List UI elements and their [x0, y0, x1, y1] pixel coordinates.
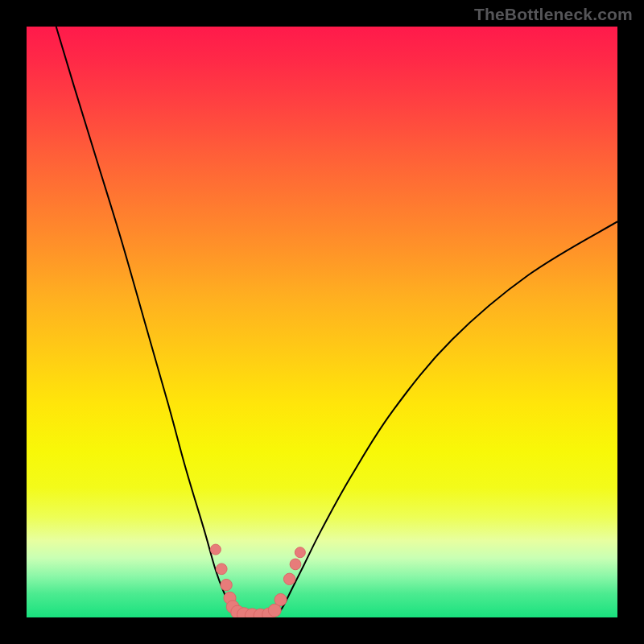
chart-svg [27, 27, 617, 617]
left-curve [56, 27, 235, 614]
right-curve [278, 221, 617, 614]
watermark-text: TheBottleneck.com [474, 5, 633, 24]
data-marker [216, 564, 227, 575]
marker-group [210, 544, 305, 617]
curve-group [56, 27, 617, 617]
data-marker [210, 544, 221, 555]
data-marker [221, 579, 232, 590]
chart-frame: TheBottleneck.com [0, 0, 644, 644]
data-marker [295, 547, 305, 558]
plot-area [27, 27, 617, 617]
data-marker [283, 573, 295, 584]
data-marker [290, 559, 301, 570]
data-marker [275, 593, 287, 605]
